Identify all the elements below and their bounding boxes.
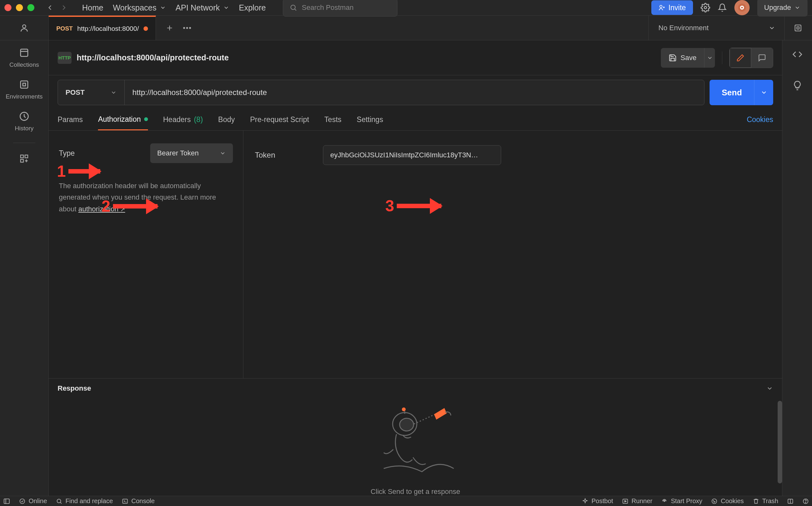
minimize-window-dot[interactable] (16, 4, 23, 11)
request-tab-strip: POST http://localhost:8000/ No Environme… (0, 16, 812, 40)
svg-rect-16 (21, 155, 23, 158)
status-trash-label: Trash (762, 497, 778, 505)
play-square-icon (622, 498, 628, 504)
maximize-window-dot[interactable] (27, 4, 35, 11)
tab-headers-label: Headers (163, 115, 191, 124)
chevron-down-icon (794, 4, 801, 11)
invite-button[interactable]: Invite (651, 0, 693, 15)
window-controls (4, 4, 35, 11)
status-runner[interactable]: Runner (622, 497, 653, 505)
nav-explore[interactable]: Explore (239, 3, 266, 12)
tab-method: POST (56, 25, 73, 32)
code-icon (792, 49, 803, 60)
settings-icon[interactable] (701, 3, 710, 12)
send-dropdown[interactable] (754, 80, 773, 105)
status-start-proxy-label: Start Proxy (671, 497, 702, 505)
scrollbar-thumb[interactable] (777, 401, 782, 484)
tab-tests[interactable]: Tests (324, 115, 341, 130)
status-console[interactable]: Console (122, 497, 155, 505)
rail-environments[interactable]: Environments (6, 79, 43, 100)
window-titlebar: Home Workspaces API Network Explore Sear… (0, 0, 812, 16)
nav-workspaces[interactable]: Workspaces (113, 3, 166, 12)
status-online[interactable]: Online (19, 497, 47, 505)
token-input[interactable] (323, 145, 501, 165)
comment-mode-button[interactable] (751, 48, 773, 68)
environment-selector[interactable]: No Environment (649, 16, 812, 40)
send-button[interactable]: Send (709, 80, 754, 105)
search-icon (56, 498, 62, 504)
tab-headers[interactable]: Headers (8) (163, 115, 203, 130)
svg-point-30 (715, 501, 715, 502)
sparkle-icon (582, 498, 588, 504)
signal-icon (661, 498, 668, 504)
upgrade-button[interactable]: Upgrade (757, 0, 808, 16)
search-icon (289, 4, 297, 11)
save-dropdown[interactable] (704, 48, 715, 68)
environment-quick-look[interactable] (784, 16, 803, 40)
rail-history[interactable]: History (15, 111, 33, 132)
rail-configure[interactable] (19, 154, 29, 163)
svg-point-9 (189, 27, 191, 29)
auth-docs-link[interactable]: authorization ↗ (78, 205, 125, 213)
auth-config-right: Token (244, 131, 782, 378)
svg-point-29 (714, 500, 714, 501)
svg-point-27 (664, 501, 665, 502)
tab-url: http://localhost:8000/ (77, 25, 139, 32)
top-nav: Home Workspaces API Network Explore (82, 3, 266, 12)
svg-rect-14 (23, 83, 26, 86)
tab-params[interactable]: Params (58, 115, 83, 130)
upgrade-label: Upgrade (764, 3, 791, 12)
auth-type-value: Bearer Token (157, 149, 199, 157)
status-find-replace-label: Find and replace (66, 497, 113, 505)
url-input[interactable] (125, 80, 704, 105)
global-search[interactable]: Search Postman (283, 0, 397, 16)
chevron-down-icon (766, 385, 773, 392)
chevron-down-icon (111, 89, 117, 96)
nav-back-icon[interactable] (46, 3, 54, 12)
tab-settings[interactable]: Settings (357, 115, 383, 130)
response-scrollbar[interactable] (777, 401, 782, 493)
account-icon-slot[interactable] (0, 16, 49, 40)
status-postbot[interactable]: Postbot (582, 497, 613, 505)
status-start-proxy[interactable]: Start Proxy (661, 497, 702, 505)
status-cookies[interactable]: Cookies (711, 497, 744, 505)
tab-authorization[interactable]: Authorization (98, 115, 148, 130)
svg-rect-11 (797, 27, 799, 29)
auth-type-select[interactable]: Bearer Token (150, 143, 233, 163)
status-find-replace[interactable]: Find and replace (56, 497, 113, 505)
cookies-link[interactable]: Cookies (747, 115, 773, 130)
tab-prerequest[interactable]: Pre-request Script (250, 115, 309, 130)
new-tab-button[interactable] (165, 24, 174, 32)
code-snippet-button[interactable] (792, 49, 803, 60)
lightbulb-icon (792, 80, 803, 91)
right-sidebar (782, 40, 812, 496)
nav-forward-icon[interactable] (60, 3, 68, 12)
eye-variable-icon (794, 23, 803, 32)
auth-help-text: The authorization header will be automat… (59, 180, 224, 215)
status-trash[interactable]: Trash (753, 497, 778, 505)
method-select[interactable]: POST (58, 80, 125, 105)
request-header-bar: HTTP http://localhost:8000/api/protected… (49, 40, 782, 75)
terminal-icon (122, 498, 128, 504)
save-button[interactable]: Save (661, 48, 704, 68)
http-badge: HTTP (58, 52, 72, 64)
tab-overflow-button[interactable] (183, 27, 192, 29)
nav-api-network[interactable]: API Network (176, 3, 229, 12)
chevron-down-icon (707, 55, 713, 61)
notifications-icon[interactable] (718, 3, 727, 12)
svg-point-5 (741, 7, 743, 9)
build-mode-button[interactable] (730, 48, 751, 68)
user-avatar[interactable] (734, 0, 750, 15)
rail-collections[interactable]: Collections (9, 48, 39, 68)
sidebar-toggle[interactable] (3, 498, 10, 505)
svg-rect-22 (4, 499, 9, 503)
tab-body[interactable]: Body (218, 115, 235, 130)
response-collapse[interactable] (766, 385, 773, 392)
nav-home[interactable]: Home (82, 3, 104, 12)
status-help[interactable] (803, 498, 809, 504)
active-request-tab[interactable]: POST http://localhost:8000/ (49, 16, 156, 40)
status-layout-toggle[interactable] (787, 498, 794, 504)
close-window-dot[interactable] (4, 4, 11, 11)
chevron-down-icon (160, 4, 166, 11)
info-button[interactable] (792, 80, 803, 91)
